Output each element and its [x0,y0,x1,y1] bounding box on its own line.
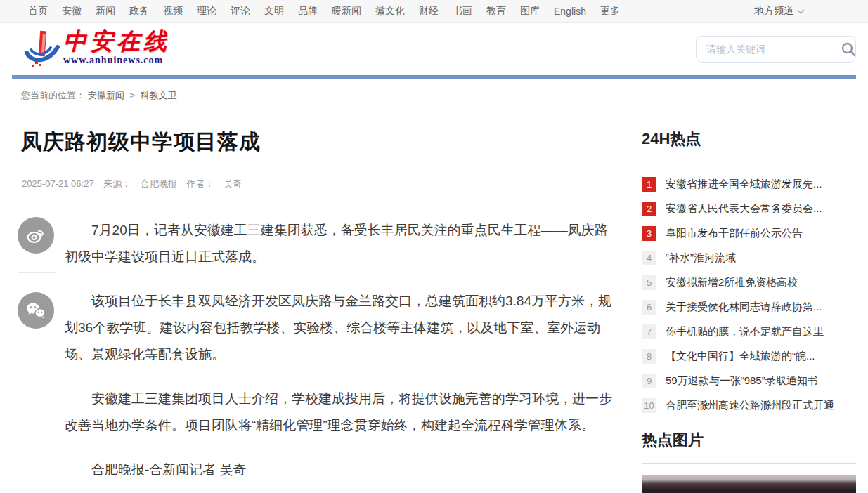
nav-item-painting[interactable]: 书画 [453,5,472,18]
share-weibo-wrap [18,217,57,273]
article-date: 2025-07-21 06:27 [22,178,94,189]
article-source: 合肥晚报 [141,178,177,189]
hot-item-title: 安徽省人民代表大会常务委员会... [666,202,822,216]
breadcrumb-prefix: 您当前的位置： [21,90,85,100]
share-wechat-wrap [18,292,57,348]
hot-item-title: 安徽拟新增2所推免资格高校 [666,276,798,289]
sidebar: 24H热点 1 安徽省推进全国全域旅游发展先... 2 安徽省人民代表大会常务委… [642,102,856,493]
share-weibo-button[interactable] [18,217,54,254]
article-column: 凤庆路初级中学项目落成 2025-07-21 06:27 来源： 合肥晚报 作者… [15,102,618,493]
logo-title: 中安在线 [63,29,170,54]
hot-news-heading: 24H热点 [642,129,856,162]
rank-badge: 2 [642,202,656,216]
nav-item-home[interactable]: 首页 [28,5,48,18]
hot-list-item[interactable]: 4 “补水”淮河流域 [642,251,856,265]
hot-list-item[interactable]: 8 【文化中国行】全域旅游的“皖... [642,349,856,364]
region-channel-label: 地方频道 [754,5,793,18]
hot-list-item[interactable]: 3 阜阳市发布干部任前公示公告 [642,226,856,241]
logo-text: 中安在线 www.anhuinews.com [63,29,170,66]
site-logo[interactable]: 中安在线 www.anhuinews.com [21,29,170,70]
wechat-icon [25,300,47,321]
article-paragraph: 安徽建工三建集团项目人士介绍，学校建成投用后，将提供设施完善的学习环境，进一步改… [65,386,618,439]
hot-item-title: 合肥至滁州高速公路滁州段正式开通 [666,399,834,412]
main-content: 凤庆路初级中学项目落成 2025-07-21 06:27 来源： 合肥晚报 作者… [0,102,868,493]
logo-swoosh-icon [21,29,62,70]
top-navigation: 首页 安徽 新闻 政务 视频 理论 评论 文明 品牌 暖新闻 徽文化 财经 书画… [0,0,868,23]
hot-item-title: 59万退款与一张“985”录取通知书 [666,374,818,388]
rank-badge: 10 [642,398,656,413]
article-author: 吴奇 [224,178,242,189]
nav-item-comment[interactable]: 评论 [231,5,250,18]
chevron-down-icon [797,9,805,14]
share-wechat-button[interactable] [18,292,54,329]
hot-item-title: 安徽省推进全国全域旅游发展先... [666,178,822,191]
nav-item-warmnews[interactable]: 暖新闻 [332,5,361,18]
hot-item-title: “补水”淮河流域 [666,251,736,265]
nav-item-civility[interactable]: 文明 [264,5,284,18]
hot-list-item[interactable]: 6 关于接受侯化林同志请辞政协第... [642,300,856,315]
nav-item-news[interactable]: 新闻 [96,5,115,18]
nav-item-brand[interactable]: 品牌 [298,5,318,18]
share-rail [15,217,65,493]
nav-item-finance[interactable]: 财经 [419,5,439,18]
breadcrumb: 您当前的位置： 安徽新闻 > 科教文卫 [21,89,868,102]
breadcrumb-link-section[interactable]: 安徽新闻 [88,90,124,100]
rank-badge: 9 [642,374,656,388]
logo-site-url: www.anhuinews.com [63,55,170,66]
rank-badge: 8 [642,349,656,364]
article-meta: 2025-07-21 06:27 来源： 合肥晚报 作者： 吴奇 [22,178,618,190]
article-body: 7月20日，记者从安徽建工三建集团获悉，备受长丰居民关注的重点民生工程——凤庆路… [15,217,618,493]
rank-badge: 1 [642,177,656,192]
site-header: 中安在线 www.anhuinews.com [0,23,868,75]
article-paragraph: 7月20日，记者从安徽建工三建集团获悉，备受长丰居民关注的重点民生工程——凤庆路… [65,217,618,270]
hot-news-list: 1 安徽省推进全国全域旅游发展先... 2 安徽省人民代表大会常务委员会... … [642,177,856,413]
rank-badge: 6 [642,300,656,315]
breadcrumb-link-subsection[interactable]: 科教文卫 [140,90,176,100]
hot-list-item[interactable]: 9 59万退款与一张“985”录取通知书 [642,374,856,388]
rank-badge: 5 [642,275,656,290]
nav-item-video[interactable]: 视频 [163,5,183,18]
rank-badge: 4 [642,251,656,265]
nav-item-english[interactable]: English [554,6,586,17]
search-box [696,36,856,63]
nav-item-theory[interactable]: 理论 [197,5,216,18]
article-paragraph: 该项目位于长丰县双凤经济开发区凤庆路与金兰路交口，总建筑面积约3.84万平方米，… [65,288,618,368]
article-author-label: 作者： [187,178,214,189]
rank-badge: 7 [642,324,656,339]
header-accent-bar [12,75,856,79]
rank-badge: 3 [642,226,656,241]
nav-item-gov[interactable]: 政务 [129,5,149,18]
search-icon [841,41,856,57]
nav-item-more[interactable]: 更多 [600,5,620,18]
search-input[interactable] [697,37,841,62]
hot-item-title: 【文化中国行】全域旅游的“皖... [666,350,815,363]
article-title: 凤庆路初级中学项目落成 [21,128,618,157]
hot-list-item[interactable]: 5 安徽拟新增2所推免资格高校 [642,275,856,290]
article-byline: 合肥晚报-合新闻记者 吴奇 [65,456,618,483]
hot-list-item[interactable]: 1 安徽省推进全国全域旅游发展先... [642,177,856,192]
hot-list-item[interactable]: 7 你手机贴的膜，说不定就产自这里 [642,324,856,339]
nav-item-gallery[interactable]: 图库 [520,5,540,18]
weibo-icon [25,225,46,246]
hot-list-item[interactable]: 2 安徽省人民代表大会常务委员会... [642,202,856,216]
search-button[interactable] [841,37,856,62]
hot-item-title: 关于接受侯化林同志请辞政协第... [666,301,822,314]
hot-list-item[interactable]: 10 合肥至滁州高速公路滁州段正式开通 [642,398,856,413]
hot-item-title: 你手机贴的膜，说不定就产自这里 [666,325,824,338]
nav-item-anhui[interactable]: 安徽 [62,5,82,18]
article-source-label: 来源： [103,178,131,189]
hot-photo-thumbnail[interactable] [642,475,856,493]
hot-item-title: 阜阳市发布干部任前公示公告 [666,227,803,240]
article-paragraphs: 7月20日，记者从安徽建工三建集团获悉，备受长丰居民关注的重点民生工程——凤庆路… [65,217,618,493]
nav-item-huiculture[interactable]: 徽文化 [375,5,405,18]
nav-item-education[interactable]: 教育 [486,5,506,18]
hot-photos-heading: 热点图片 [642,430,856,464]
breadcrumb-separator: > [129,90,135,100]
region-channel-dropdown[interactable]: 地方频道 [754,5,805,18]
